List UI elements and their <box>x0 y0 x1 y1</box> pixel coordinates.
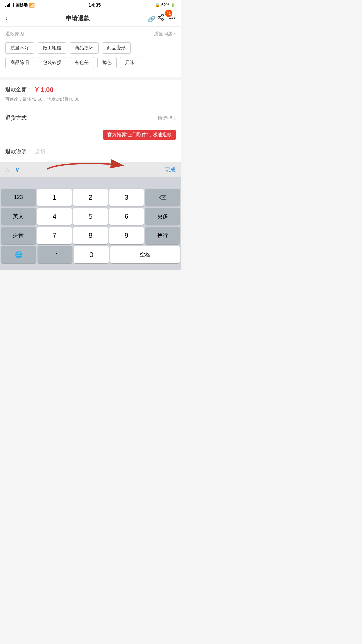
svg-line-3 <box>160 18 162 19</box>
tag-color-diff[interactable]: 有色差 <box>70 57 94 68</box>
tag-deformed[interactable]: 商品变形 <box>102 42 131 54</box>
return-method-row[interactable]: 退货方式 请选择 › <box>5 115 176 122</box>
reason-header-label: 退款原因 <box>5 31 24 37</box>
keyboard: 123 1 2 3 英文 4 5 6 更多 拼音 7 8 9 换行 🌐 .,: … <box>0 187 181 270</box>
tag-damaged[interactable]: 商品损坏 <box>70 42 99 54</box>
key-4[interactable]: 4 <box>37 208 71 225</box>
keyboard-row-4: 🌐 .,: 0 空格 <box>1 246 180 263</box>
share-icon[interactable]: 🔗 <box>148 14 164 23</box>
battery-lock-icon: 🔒 <box>155 3 160 7</box>
battery-icon: 🔋 <box>171 3 176 7</box>
keyboard-row-1: 123 1 2 3 <box>1 189 180 206</box>
key-2[interactable]: 2 <box>73 189 108 206</box>
key-delete[interactable] <box>145 189 180 206</box>
key-globe[interactable]: 🌐 <box>1 246 36 263</box>
return-method-section: 退货方式 请选择 › <box>0 109 181 127</box>
page-header: ‹ 申请退款 🔗 ••• 41 <box>0 10 181 27</box>
remark-label: 退款说明： <box>5 148 32 155</box>
toolbar-arrows: ∧ ∨ <box>5 166 19 173</box>
amount-hint: 可修改，最多¥2.50，含发货邮费¥0.00 <box>5 96 176 106</box>
tag-fading[interactable]: 掉色 <box>97 57 117 68</box>
carrier-info: 中国移动 📶 <box>5 2 35 8</box>
page-title: 申请退款 <box>66 14 90 22</box>
tag-section: 质量不好 做工粗糙 商品损坏 商品变形 商品陈旧 包装破损 有色差 掉色 异味 <box>0 40 181 77</box>
tag-quality[interactable]: 质量不好 <box>5 42 34 54</box>
amount-section: 退款金额： ¥ 1.00 可修改，最多¥2.50，含发货邮费¥0.00 <box>0 80 181 109</box>
amount-value[interactable]: ¥ 1.00 <box>35 86 54 94</box>
battery-info: 🔒 62% 🔋 <box>155 3 176 7</box>
arrow-down-icon[interactable]: ∨ <box>15 166 19 173</box>
arrow-up-icon[interactable]: ∧ <box>5 166 10 173</box>
tag-old[interactable]: 商品陈旧 <box>5 57 34 68</box>
header-actions: 🔗 ••• 41 <box>148 14 176 23</box>
remark-input[interactable]: 选填 <box>35 148 46 155</box>
reason-selected-label: 质量问题 <box>154 31 173 37</box>
svg-point-0 <box>162 14 164 16</box>
reason-selected[interactable]: 质量问题 › <box>154 31 176 37</box>
key-more[interactable]: 更多 <box>145 208 180 225</box>
wifi-icon: 📶 <box>29 3 35 8</box>
key-punctuation[interactable]: .,: <box>38 246 72 263</box>
reason-header-row: 退款原因 质量问题 › <box>0 27 181 40</box>
return-method-placeholder: 请选择 <box>158 115 173 121</box>
key-space[interactable]: 空格 <box>110 246 180 263</box>
return-method-label: 退货方式 <box>5 115 27 122</box>
key-7[interactable]: 7 <box>37 227 71 244</box>
recommendation-wrapper: 官方推荐"上门取件"，极速退款 <box>0 127 181 144</box>
tag-row-2: 商品陈旧 包装破损 有色差 掉色 异味 <box>5 57 176 68</box>
return-method-selector[interactable]: 请选择 › <box>158 115 176 121</box>
return-method-chevron: › <box>174 115 176 121</box>
carrier-label: 中国移动 <box>12 2 28 8</box>
key-9[interactable]: 9 <box>109 227 143 244</box>
remark-row: 退款说明： 选填 <box>5 148 176 158</box>
tag-smell[interactable]: 异味 <box>120 57 139 68</box>
signal-icon <box>5 3 10 7</box>
key-0[interactable]: 0 <box>74 246 109 263</box>
done-button[interactable]: 完成 <box>164 166 176 174</box>
divider-1 <box>0 77 181 80</box>
keyboard-row-2: 英文 4 5 6 更多 <box>1 208 180 225</box>
battery-level: 62% <box>161 3 169 7</box>
keyboard-gap <box>0 177 181 187</box>
key-6[interactable]: 6 <box>109 208 143 225</box>
status-bar: 中国移动 📶 14:35 🔒 62% 🔋 <box>0 0 181 10</box>
svg-point-2 <box>162 19 164 20</box>
svg-line-4 <box>160 16 162 17</box>
amount-label: 退款金额： <box>5 86 32 93</box>
tag-row-1: 质量不好 做工粗糙 商品损坏 商品变形 <box>5 42 176 54</box>
key-3[interactable]: 3 <box>109 189 143 206</box>
key-1[interactable]: 1 <box>37 189 71 206</box>
notification-badge: 41 <box>165 10 172 17</box>
amount-row: 退款金额： ¥ 1.00 <box>5 86 176 94</box>
reason-chevron: › <box>174 31 176 37</box>
key-english[interactable]: 英文 <box>1 208 36 225</box>
keyboard-row-3: 拼音 7 8 9 换行 <box>1 227 180 244</box>
annotation-arrow <box>40 159 134 176</box>
key-123[interactable]: 123 <box>1 189 36 206</box>
tag-workmanship[interactable]: 做工粗糙 <box>38 42 66 54</box>
recommendation-badge: 官方推荐"上门取件"，极速退款 <box>103 130 176 140</box>
svg-point-1 <box>158 16 160 18</box>
key-pinyin[interactable]: 拼音 <box>1 227 36 244</box>
key-5[interactable]: 5 <box>73 208 108 225</box>
key-newline[interactable]: 换行 <box>145 227 180 244</box>
key-8[interactable]: 8 <box>73 227 108 244</box>
keyboard-toolbar: ∧ ∨ 完成 <box>0 162 181 177</box>
tag-packaging[interactable]: 包装破损 <box>38 57 66 68</box>
status-time: 14:35 <box>89 2 101 8</box>
back-button[interactable]: ‹ <box>5 14 8 22</box>
